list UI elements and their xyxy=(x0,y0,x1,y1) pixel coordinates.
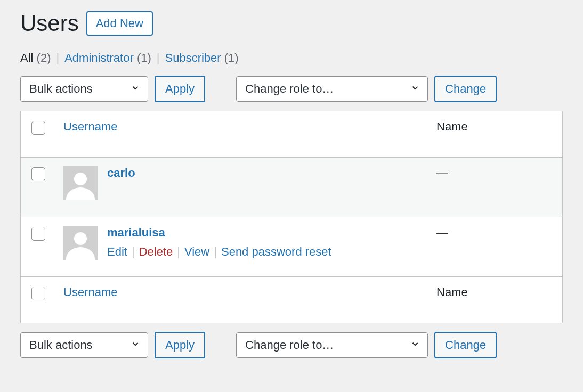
filter-subscriber[interactable]: Subscriber (1) xyxy=(165,51,239,65)
apply-button-top[interactable]: Apply xyxy=(155,76,205,102)
filter-all[interactable]: All (2) xyxy=(20,51,51,65)
send-password-reset-link[interactable]: Send password reset xyxy=(221,245,331,259)
select-all-checkbox-top[interactable] xyxy=(31,121,45,135)
table-row: carlo — xyxy=(21,158,562,217)
column-header-username[interactable]: Username xyxy=(63,120,117,134)
page-title: Users xyxy=(20,11,79,36)
row-checkbox[interactable] xyxy=(31,167,45,181)
change-button-top[interactable]: Change xyxy=(434,76,497,102)
avatar xyxy=(63,226,98,260)
bulk-actions-select-bottom[interactable]: Bulk actions xyxy=(20,332,148,358)
row-actions: Edit | Delete | View | Send password res… xyxy=(107,245,331,259)
username-link[interactable]: carlo xyxy=(107,166,135,180)
username-link[interactable]: marialuisa xyxy=(107,226,331,240)
chevron-down-icon xyxy=(131,82,140,96)
column-header-name: Name xyxy=(436,120,468,133)
filter-bar: All (2) | Administrator (1) | Subscriber… xyxy=(20,51,563,65)
filter-administrator[interactable]: Administrator (1) xyxy=(64,51,151,65)
avatar xyxy=(63,166,98,200)
column-footer-name: Name xyxy=(436,285,468,299)
change-role-select-bottom[interactable]: Change role to… xyxy=(236,332,428,358)
delete-link[interactable]: Delete xyxy=(139,245,173,259)
column-footer-username[interactable]: Username xyxy=(63,285,117,299)
chevron-down-icon xyxy=(410,338,420,352)
change-button-bottom[interactable]: Change xyxy=(434,332,497,358)
table-footer-row: Username Name xyxy=(21,277,562,323)
name-cell: — xyxy=(436,226,448,239)
chevron-down-icon xyxy=(131,338,140,352)
change-role-select-top[interactable]: Change role to… xyxy=(236,76,428,102)
view-link[interactable]: View xyxy=(184,245,209,259)
apply-button-bottom[interactable]: Apply xyxy=(155,332,205,358)
select-all-checkbox-bottom[interactable] xyxy=(31,287,45,300)
table-row: marialuisa Edit | Delete | View | Send p… xyxy=(21,217,562,277)
bulk-actions-select-top[interactable]: Bulk actions xyxy=(20,76,148,102)
add-new-button[interactable]: Add New xyxy=(86,11,153,36)
name-cell: — xyxy=(436,166,448,179)
row-checkbox[interactable] xyxy=(31,227,45,241)
users-table: Username Name carlo — marialuisa xyxy=(20,111,563,323)
table-header-row: Username Name xyxy=(21,111,562,158)
chevron-down-icon xyxy=(410,82,420,96)
edit-link[interactable]: Edit xyxy=(107,245,127,259)
